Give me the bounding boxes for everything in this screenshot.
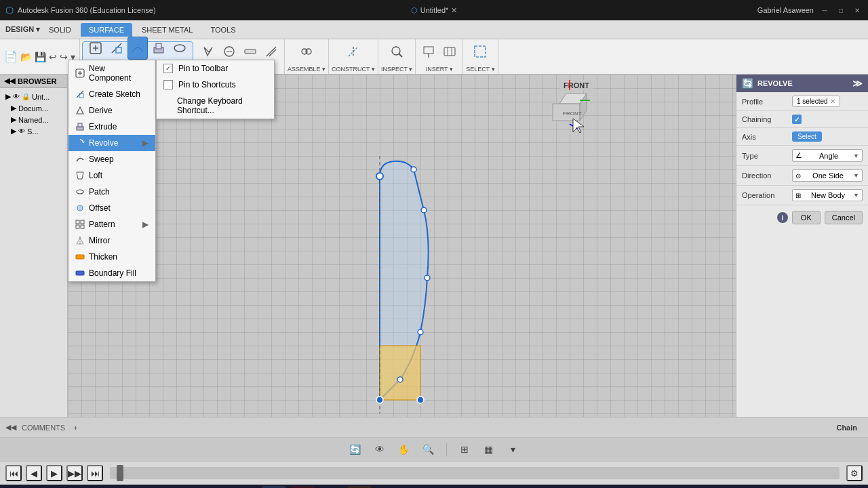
info-button[interactable]: i: [777, 212, 788, 223]
timeline-track[interactable]: [110, 467, 840, 479]
look-at-button[interactable]: 👁: [370, 441, 389, 458]
offset-menu-icon: [75, 203, 85, 213]
pin-shortcuts-checkbox[interactable]: [163, 80, 173, 89]
cancel-button[interactable]: Cancel: [825, 211, 863, 224]
new-file-icon[interactable]: 📄: [4, 50, 18, 63]
ok-button[interactable]: OK: [792, 211, 821, 224]
menu-boundary-fill[interactable]: Boundary Fill: [68, 265, 155, 281]
zoom-button[interactable]: 🔍: [419, 441, 438, 458]
save-icon[interactable]: 💾: [35, 52, 46, 62]
menu-thicken[interactable]: Thicken: [68, 249, 155, 265]
grid-button[interactable]: ▦: [479, 441, 498, 458]
assemble-label[interactable]: ASSEMBLE ▾: [288, 66, 326, 74]
redo-icon[interactable]: ↪: [60, 52, 68, 62]
assemble-icon[interactable]: [296, 40, 317, 63]
tree-eye-3: 👁: [18, 127, 25, 135]
construct-label[interactable]: CONSTRUCT ▾: [332, 66, 375, 74]
design-mode[interactable]: DESIGN ▾: [5, 25, 40, 34]
inspect-label[interactable]: INSPECT ▾: [381, 66, 412, 74]
timeline-first-button[interactable]: ⏮: [5, 465, 22, 481]
close-tab-icon[interactable]: ✕: [451, 6, 457, 15]
context-pin-shortcuts[interactable]: Pin to Shortcuts: [157, 77, 274, 93]
timeline-prev-button[interactable]: ◀: [26, 465, 42, 481]
panel-title: REVOLVE: [757, 79, 793, 87]
more-view-button[interactable]: ▾: [504, 441, 523, 458]
menu-extrude[interactable]: Extrude: [68, 119, 155, 135]
operation-dropdown[interactable]: ⊞ New Body ▼: [792, 189, 863, 201]
profile-selected[interactable]: 1 selected ✕: [792, 96, 840, 107]
timeline-last-button[interactable]: ⏭: [87, 465, 103, 481]
axis-select-label: Select: [797, 133, 816, 140]
menu-loft[interactable]: Loft: [68, 167, 155, 184]
comment-add-icon[interactable]: +: [73, 424, 77, 432]
menu-mirror[interactable]: Mirror: [68, 232, 155, 249]
pin-toolbar-checkbox[interactable]: ✓: [163, 64, 173, 73]
sep1: [446, 443, 447, 456]
menu-create-sketch[interactable]: Create Sketch: [68, 86, 155, 102]
menu-sweep[interactable]: Sweep: [68, 151, 155, 167]
menu-revolve[interactable]: Revolve ▶: [68, 135, 155, 151]
construct-icon[interactable]: [343, 40, 363, 63]
select-label[interactable]: SELECT ▾: [466, 66, 494, 74]
panel-header: 🔄 REVOLVE ≫: [736, 75, 868, 92]
design-label[interactable]: DESIGN ▾: [5, 25, 40, 34]
timeline-play-button[interactable]: ▶: [46, 465, 62, 481]
panel-expand-icon[interactable]: ≫: [852, 78, 863, 89]
viewport[interactable]: FRONT FRONT: [68, 75, 736, 417]
menu-patch[interactable]: Patch: [68, 184, 155, 200]
maximize-button[interactable]: □: [835, 5, 846, 16]
axis-select-button[interactable]: Select: [792, 131, 822, 142]
new-component-icon[interactable]: [85, 37, 106, 60]
direction-label: Direction: [742, 171, 788, 180]
expand-icon[interactable]: ◀◀: [4, 77, 15, 85]
inspect-icon[interactable]: [387, 40, 407, 63]
browser-header: ◀◀ BROWSER: [0, 75, 67, 88]
timeline-marker[interactable]: [117, 465, 123, 481]
pan-button[interactable]: ✋: [395, 441, 414, 458]
insert-icon2[interactable]: [439, 40, 460, 63]
sidebar: ◀◀ BROWSER ▶ 👁 🔒 Unt... ▶ Docum... ▶ Nam…: [0, 75, 68, 417]
tab-tools[interactable]: TOOLS: [202, 23, 243, 37]
menu-derive[interactable]: Derive: [68, 102, 155, 119]
close-button[interactable]: ✕: [852, 5, 863, 16]
tab-surface[interactable]: SURFACE: [81, 23, 132, 37]
sidebar-item-2[interactable]: ▶ Named...: [3, 114, 64, 125]
view-cube[interactable]: FRONT: [549, 80, 590, 121]
orbit-button[interactable]: 🔄: [346, 441, 365, 458]
revolve-label: Revolve: [89, 138, 118, 148]
patch-icon[interactable]: [170, 37, 190, 60]
undo-icon[interactable]: ↩: [49, 52, 57, 62]
profile-clear-icon[interactable]: ✕: [830, 98, 835, 105]
svg-rect-49: [76, 225, 79, 228]
insert-icon1[interactable]: [418, 40, 439, 63]
sidebar-item-3[interactable]: ▶ 👁 S...: [3, 125, 64, 137]
timeline-next-button[interactable]: ▶▶: [66, 465, 83, 481]
sidebar-item-0[interactable]: ▶ 👁 🔒 Unt...: [3, 91, 64, 102]
display-mode-button[interactable]: ⊞: [455, 441, 474, 458]
menu-pattern[interactable]: Pattern ▶: [68, 216, 155, 232]
menu-new-component[interactable]: New Component: [68, 60, 155, 86]
sidebar-item-1[interactable]: ▶ Docum...: [3, 102, 64, 114]
loft-menu-icon: [75, 171, 85, 180]
extrude-icon[interactable]: [149, 37, 169, 60]
chain-label: Chain: [836, 424, 857, 432]
insert-label[interactable]: INSERT ▾: [426, 66, 453, 74]
tree-eye-0: 👁: [13, 93, 20, 100]
surface-icon[interactable]: [127, 37, 148, 60]
timeline-settings-button[interactable]: ⚙: [846, 465, 863, 481]
open-icon[interactable]: 📂: [20, 52, 32, 62]
window-controls[interactable]: ─ □ ✕: [819, 5, 863, 16]
minimize-button[interactable]: ─: [819, 5, 830, 16]
create-sketch-icon[interactable]: [106, 37, 127, 60]
tab-sheet-metal[interactable]: SHEET METAL: [134, 23, 201, 37]
chaining-checkbox[interactable]: ✓: [792, 115, 802, 124]
chaining-label: Chaining: [742, 115, 788, 123]
menu-offset[interactable]: Offset: [68, 200, 155, 216]
comment-expand-icon[interactable]: ◀◀: [5, 423, 16, 432]
select-icon[interactable]: [470, 40, 490, 63]
context-pin-toolbar[interactable]: ✓ Pin to Toolbar: [157, 60, 274, 77]
context-change-shortcut[interactable]: Change Keyboard Shortcut...: [157, 93, 274, 119]
tab-solid[interactable]: SOLID: [41, 23, 79, 37]
direction-dropdown[interactable]: ⊙ One Side ▼: [792, 169, 863, 182]
type-dropdown[interactable]: ∠ Angle ▼: [792, 149, 863, 162]
